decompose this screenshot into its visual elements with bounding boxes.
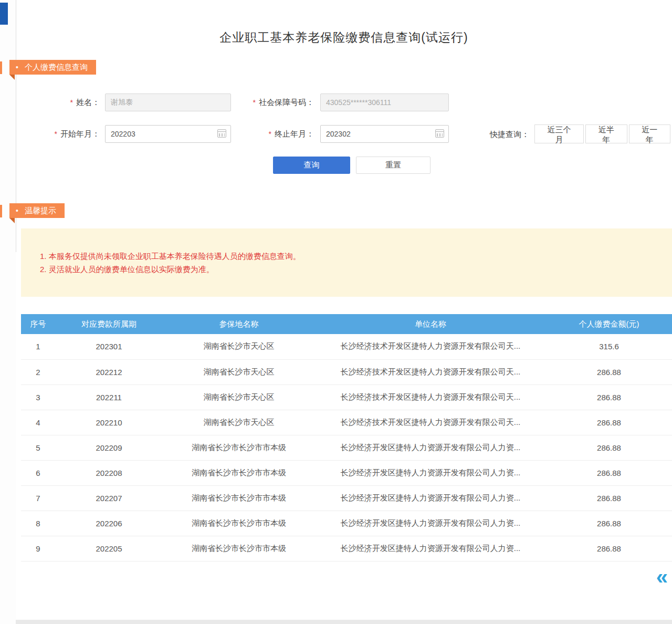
end-month-label: * 终止年月：: [226, 125, 314, 143]
table-cell: 202211: [55, 384, 163, 410]
table-row: 7202207湖南省长沙市长沙市市本级长沙经济开发区捷特人力资源开发有限公司人力…: [21, 485, 672, 511]
table-cell: 202210: [55, 410, 163, 435]
ribbon-fold: [9, 75, 15, 80]
ribbon-fold: [9, 218, 15, 223]
collapse-chevron-icon[interactable]: «: [656, 566, 668, 587]
table-cell: 286.88: [546, 511, 672, 536]
table-cell: 长沙经济开发区捷特人力资源开发有限公司人力资...: [315, 536, 546, 561]
tips-section-badge: • 温馨提示: [9, 203, 65, 218]
table-cell: 湖南省长沙市天心区: [163, 334, 315, 359]
quick-query-button[interactable]: 近一年: [629, 124, 671, 143]
table-row: 1202301湖南省长沙市天心区长沙经济技术开发区捷特人力资源开发有限公司天..…: [21, 334, 672, 359]
table-cell: 3: [21, 384, 55, 410]
ssn-label: * 社会保障号码：: [226, 93, 314, 111]
table-row: 8202206湖南省长沙市长沙市市本级长沙经济开发区捷特人力资源开发有限公司人力…: [21, 511, 672, 536]
table-cell: 202206: [55, 511, 163, 536]
start-month-label-text: 开始年月：: [60, 129, 100, 139]
ribbon-sliver: [0, 61, 2, 74]
tips-badge-label: 温馨提示: [25, 206, 56, 216]
side-tab[interactable]: [0, 3, 8, 25]
name-label: * 姓名：: [32, 93, 100, 111]
end-month-field: [320, 125, 449, 143]
table-cell: 湖南省长沙市天心区: [163, 410, 315, 435]
table-cell: 长沙经济技术开发区捷特人力资源开发有限公司天...: [315, 410, 546, 435]
table-cell: 长沙经济技术开发区捷特人力资源开发有限公司天...: [315, 384, 546, 410]
column-header: 个人缴费金额(元): [546, 314, 672, 334]
payment-records-table: 序号对应费款所属期参保地名称单位名称个人缴费金额(元) 1202301湖南省长沙…: [21, 314, 672, 561]
quick-query-label: 快捷查询：: [490, 130, 529, 140]
table-cell: 1: [21, 334, 55, 359]
table-cell: 286.88: [546, 384, 672, 410]
required-mark: *: [269, 130, 271, 138]
quick-query-button[interactable]: 近半年: [585, 124, 627, 143]
table-cell: 202205: [55, 536, 163, 561]
table-cell: 315.6: [546, 334, 672, 359]
table-body: 1202301湖南省长沙市天心区长沙经济技术开发区捷特人力资源开发有限公司天..…: [21, 334, 672, 561]
table-cell: 湖南省长沙市长沙市市本级: [163, 485, 315, 511]
table-cell: 202301: [55, 334, 163, 359]
bullet-icon: •: [16, 206, 18, 215]
tip-line: 1. 本服务仅提供尚未领取企业职工基本养老保险待遇人员的缴费信息查询。: [40, 249, 672, 263]
table-cell: 湖南省长沙市天心区: [163, 359, 315, 384]
table-row: 6202208湖南省长沙市长沙市市本级长沙经济开发区捷特人力资源开发有限公司人力…: [21, 460, 672, 485]
table-cell: 长沙经济开发区捷特人力资源开发有限公司人力资...: [315, 511, 546, 536]
table-row: 4202210湖南省长沙市天心区长沙经济技术开发区捷特人力资源开发有限公司天..…: [21, 410, 672, 435]
table-row: 3202211湖南省长沙市天心区长沙经济技术开发区捷特人力资源开发有限公司天..…: [21, 384, 672, 410]
table-header-row: 序号对应费款所属期参保地名称单位名称个人缴费金额(元): [21, 314, 672, 334]
table-cell: 286.88: [546, 485, 672, 511]
calendar-icon[interactable]: [217, 129, 226, 138]
table-cell: 6: [21, 460, 55, 485]
table-cell: 286.88: [546, 435, 672, 460]
column-header: 对应费款所属期: [55, 314, 163, 334]
bullet-icon: •: [16, 63, 18, 71]
ssn-label-text: 社会保障号码：: [259, 98, 314, 108]
quick-query-button[interactable]: 近三个月: [534, 124, 584, 143]
table-cell: 5: [21, 435, 55, 460]
start-month-label: * 开始年月：: [32, 125, 100, 143]
table-cell: 湖南省长沙市长沙市市本级: [163, 511, 315, 536]
table-cell: 长沙经济开发区捷特人力资源开发有限公司人力资...: [315, 435, 546, 460]
pension-query-page: 企业职工基本养老保险缴费信息查询(试运行) • 个人缴费信息查询 * 姓名： *…: [0, 0, 672, 624]
tips-list: 1. 本服务仅提供尚未领取企业职工基本养老保险待遇人员的缴费信息查询。2. 灵活…: [21, 228, 672, 297]
ssn-input[interactable]: [320, 93, 449, 111]
table-cell: 202208: [55, 460, 163, 485]
ribbon-sliver: [0, 205, 2, 217]
name-label-text: 姓名：: [76, 98, 100, 108]
personal-query-section-badge: • 个人缴费信息查询: [9, 60, 96, 75]
reset-button[interactable]: 重置: [356, 157, 430, 174]
name-input[interactable]: [105, 93, 231, 111]
start-month-field: [105, 125, 231, 143]
calendar-icon[interactable]: [435, 129, 444, 138]
table-cell: 长沙经济开发区捷特人力资源开发有限公司人力资...: [315, 485, 546, 511]
query-button[interactable]: 查询: [273, 157, 350, 174]
table-cell: 202207: [55, 485, 163, 511]
bottom-scrollbar[interactable]: [16, 620, 672, 624]
column-header: 单位名称: [315, 314, 546, 334]
table-cell: 长沙经济技术开发区捷特人力资源开发有限公司天...: [315, 334, 546, 359]
table-cell: 4: [21, 410, 55, 435]
required-mark: *: [55, 130, 57, 138]
section-badge-label: 个人缴费信息查询: [25, 63, 88, 72]
table-row: 2202212湖南省长沙市天心区长沙经济技术开发区捷特人力资源开发有限公司天..…: [21, 359, 672, 384]
quick-query-buttons: 近三个月近半年近一年: [534, 124, 672, 143]
table-cell: 286.88: [546, 536, 672, 561]
table-cell: 286.88: [546, 460, 672, 485]
table-cell: 202212: [55, 359, 163, 384]
table-cell: 湖南省长沙市长沙市市本级: [163, 460, 315, 485]
table-cell: 286.88: [546, 359, 672, 384]
table-row: 9202205湖南省长沙市长沙市市本级长沙经济开发区捷特人力资源开发有限公司人力…: [21, 536, 672, 561]
table-cell: 8: [21, 511, 55, 536]
table-cell: 7: [21, 485, 55, 511]
page-title: 企业职工基本养老保险缴费信息查询(试运行): [16, 29, 672, 46]
table-cell: 9: [21, 536, 55, 561]
table-cell: 202209: [55, 435, 163, 460]
table-row: 5202209湖南省长沙市长沙市市本级长沙经济开发区捷特人力资源开发有限公司人力…: [21, 435, 672, 460]
table-cell: 湖南省长沙市天心区: [163, 384, 315, 410]
column-header: 参保地名称: [163, 314, 315, 334]
table-cell: 湖南省长沙市长沙市市本级: [163, 536, 315, 561]
table-cell: 2: [21, 359, 55, 384]
start-month-input[interactable]: [105, 125, 231, 143]
end-month-label-text: 终止年月：: [275, 129, 314, 139]
end-month-input[interactable]: [320, 125, 449, 143]
required-mark: *: [70, 98, 73, 107]
